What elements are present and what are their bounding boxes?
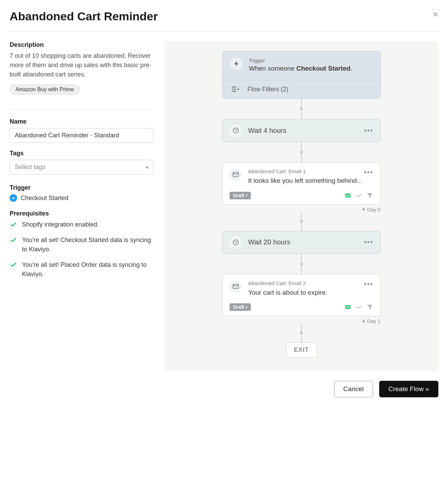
flow-filters-row[interactable]: Flow Filters (2) xyxy=(223,80,380,98)
connector xyxy=(301,254,302,274)
wait-card[interactable]: Wait 4 hours ••• xyxy=(222,119,381,142)
connector xyxy=(301,324,302,343)
close-button[interactable]: × xyxy=(433,10,438,19)
prerequisite-item: You're all set! Checkout Started data is… xyxy=(10,235,153,254)
wait-duration: Wait 20 hours xyxy=(248,238,358,246)
sidebar: Description 7 out of 10 shopping carts a… xyxy=(10,41,153,371)
checkmark-icon xyxy=(10,236,17,244)
close-icon: × xyxy=(433,9,438,20)
smart-send-icon[interactable] xyxy=(344,304,351,311)
name-input[interactable] xyxy=(10,128,153,143)
divider xyxy=(10,109,153,110)
create-flow-button[interactable]: Create Flow » xyxy=(379,381,438,397)
connector xyxy=(301,212,302,231)
wait-duration: Wait 4 hours xyxy=(248,127,358,135)
cancel-button[interactable]: Cancel xyxy=(334,381,373,397)
email-card[interactable]: Abandoned Cart: Email 2 ••• Your cart is… xyxy=(222,274,381,316)
checkmark-icon xyxy=(10,261,17,269)
funnel-icon[interactable] xyxy=(366,192,373,199)
trigger-value: Checkout Started xyxy=(21,195,68,202)
email-subject: Your cart is about to expire. xyxy=(248,288,373,297)
more-icon[interactable]: ••• xyxy=(364,280,373,288)
bolt-icon xyxy=(362,207,366,211)
checkmark-icon xyxy=(10,221,17,228)
smart-send-icon[interactable] xyxy=(344,192,351,199)
email-icon xyxy=(230,280,242,293)
prerequisites-label: Prerequisites xyxy=(10,210,153,217)
prerequisite-text: You're all set! Checkout Started data is… xyxy=(22,235,153,254)
lightning-icon xyxy=(230,57,243,70)
prerequisite-text: You're all set! Placed Order data is syn… xyxy=(22,260,153,279)
funnel-icon[interactable] xyxy=(366,304,373,311)
svg-rect-8 xyxy=(345,305,351,309)
prerequisites-list: Shopify integration enabled. You're all … xyxy=(10,220,153,279)
svg-rect-5 xyxy=(345,193,351,198)
connector xyxy=(301,142,302,163)
clock-icon xyxy=(230,236,242,249)
prerequisite-text: Shopify integration enabled. xyxy=(22,220,99,229)
description-label: Description xyxy=(10,41,153,49)
tags-label: Tags xyxy=(10,150,153,157)
flow-filters-label: Flow Filters (2) xyxy=(247,86,288,93)
trigger-integration-icon: ▰ xyxy=(10,194,17,202)
analytics-icon[interactable] xyxy=(355,304,362,311)
trigger-card-desc: When someone Checkout Started. xyxy=(249,65,352,72)
email-name: Abandoned Cart: Email 1 xyxy=(248,168,306,174)
svg-rect-0 xyxy=(232,87,236,87)
status-badge[interactable]: Draft xyxy=(230,303,251,311)
email-name: Abandoned Cart: Email 2 xyxy=(248,280,306,286)
exit-node: EXIT xyxy=(286,343,317,357)
email-icon xyxy=(230,168,242,181)
clock-icon xyxy=(230,124,242,137)
status-badge[interactable]: Draft xyxy=(230,192,251,199)
description-text: 7 out of 10 shopping carts are abandoned… xyxy=(10,51,153,79)
trigger-label: Trigger xyxy=(10,184,153,191)
flow-canvas: Trigger When someone Checkout Started. F… xyxy=(164,41,438,371)
integration-tag: Amazon Buy with Prime xyxy=(10,85,80,94)
trigger-card-label: Trigger xyxy=(249,57,352,63)
svg-rect-1 xyxy=(232,89,236,90)
name-label: Name xyxy=(10,118,153,125)
prerequisite-item: You're all set! Placed Order data is syn… xyxy=(10,260,153,279)
more-icon[interactable]: ••• xyxy=(364,238,373,246)
more-icon[interactable]: ••• xyxy=(364,168,373,176)
more-icon[interactable]: ••• xyxy=(364,127,373,135)
connector xyxy=(301,98,302,119)
tags-select[interactable]: Select tags xyxy=(10,160,153,175)
filter-list-icon xyxy=(230,85,241,93)
trigger-card[interactable]: Trigger When someone Checkout Started. F… xyxy=(222,51,381,98)
svg-rect-2 xyxy=(232,91,236,92)
page-title: Abandoned Cart Reminder xyxy=(10,10,158,23)
wait-card[interactable]: Wait 20 hours ••• xyxy=(222,231,381,254)
email-card[interactable]: Abandoned Cart: Email 1 ••• It looks lik… xyxy=(222,163,381,205)
analytics-icon[interactable] xyxy=(355,192,362,199)
email-subject: It looks like you left something behind.… xyxy=(248,176,373,186)
day-marker: Day 1 xyxy=(222,318,381,324)
bolt-icon xyxy=(362,319,366,323)
prerequisite-item: Shopify integration enabled. xyxy=(10,220,153,229)
day-marker: Day 0 xyxy=(222,207,381,212)
